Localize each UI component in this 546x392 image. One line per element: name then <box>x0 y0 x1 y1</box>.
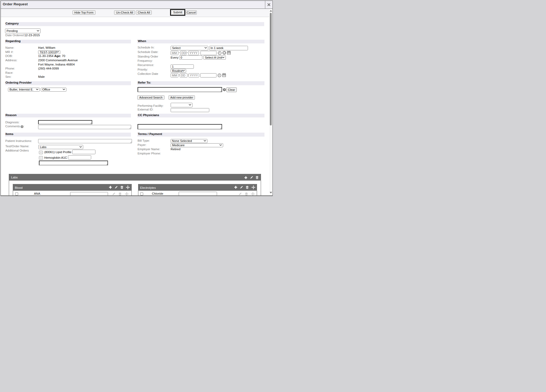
svg-text:?: ? <box>21 125 23 128</box>
svg-text:?: ? <box>224 89 225 91</box>
